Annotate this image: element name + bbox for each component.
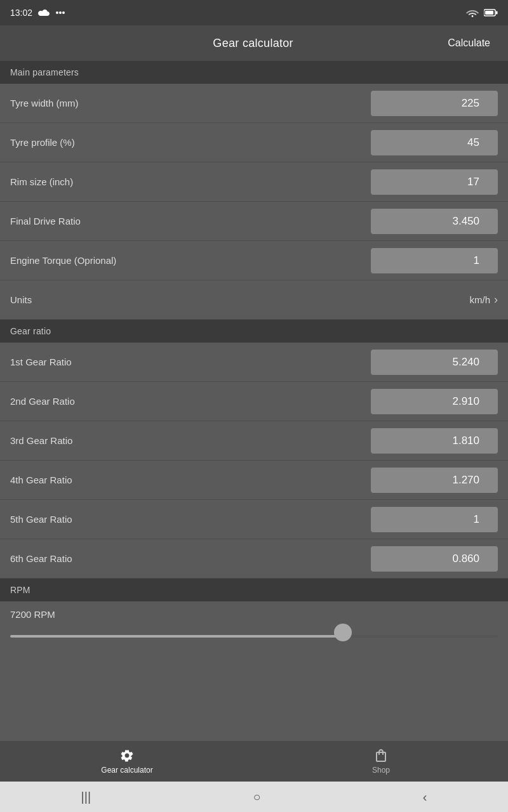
- bottom-nav: Gear calculator Shop: [0, 741, 508, 782]
- gear5-row: 5th Gear Ratio: [0, 500, 508, 539]
- engine-torque-label: Engine Torque (Oprional): [10, 255, 371, 266]
- app-title: Gear calculator: [213, 37, 293, 50]
- gear-icon: [119, 748, 135, 763]
- chevron-right-icon: ›: [494, 293, 498, 306]
- units-value-selector[interactable]: km/h ›: [469, 293, 498, 306]
- svg-point-1: [59, 11, 62, 14]
- cloud-icon: [37, 8, 50, 17]
- engine-torque-input[interactable]: [371, 248, 498, 273]
- tyre-profile-input[interactable]: [371, 130, 498, 155]
- gear3-input[interactable]: [371, 428, 498, 454]
- nav-label-shop: Shop: [372, 766, 390, 775]
- rpm-header: RPM: [0, 579, 508, 601]
- gear5-input[interactable]: [371, 507, 498, 532]
- engine-torque-row: Engine Torque (Oprional): [0, 241, 508, 280]
- gear1-input[interactable]: [371, 350, 498, 375]
- final-drive-label: Final Drive Ratio: [10, 216, 371, 226]
- status-bar: 13:02: [0, 0, 508, 25]
- svg-point-2: [62, 11, 65, 14]
- gear1-row: 1st Gear Ratio: [0, 343, 508, 382]
- tyre-profile-label: Tyre profile (%): [10, 137, 371, 148]
- app-bar: Gear calculator Calculate: [0, 25, 508, 61]
- svg-point-0: [56, 11, 58, 14]
- battery-icon: [484, 8, 498, 17]
- main-content: Main parameters Tyre width (mm) Tyre pro…: [0, 61, 508, 812]
- units-value-text: km/h: [469, 294, 490, 305]
- gear4-label: 4th Gear Ratio: [10, 475, 371, 485]
- wifi-icon: [466, 8, 479, 18]
- rpm-section: 7200 RPM: [0, 601, 508, 653]
- tyre-width-row: Tyre width (mm): [0, 84, 508, 123]
- tyre-profile-row: Tyre profile (%): [0, 123, 508, 162]
- units-label: Units: [10, 294, 32, 305]
- system-nav-bar: ||| ○ ‹: [0, 782, 508, 812]
- time-display: 13:02: [10, 8, 32, 18]
- gear1-label: 1st Gear Ratio: [10, 357, 371, 367]
- gear5-label: 5th Gear Ratio: [10, 514, 371, 525]
- units-row[interactable]: Units km/h ›: [0, 280, 508, 320]
- svg-rect-5: [496, 11, 498, 15]
- calculate-button[interactable]: Calculate: [443, 32, 495, 54]
- rim-size-label: Rim size (inch): [10, 176, 371, 187]
- nav-item-gear-calculator[interactable]: Gear calculator: [0, 741, 254, 782]
- nav-label-gear: Gear calculator: [101, 766, 152, 775]
- system-home-button[interactable]: ○: [237, 785, 276, 809]
- gear6-input[interactable]: [371, 546, 498, 572]
- system-menu-button[interactable]: |||: [66, 785, 107, 809]
- gear3-label: 3rd Gear Ratio: [10, 435, 371, 446]
- status-bar-left: 13:02: [10, 8, 65, 18]
- status-bar-right: [466, 8, 498, 18]
- gear2-row: 2nd Gear Ratio: [0, 382, 508, 421]
- gear2-label: 2nd Gear Ratio: [10, 396, 371, 407]
- rim-size-row: Rim size (inch): [0, 162, 508, 202]
- rpm-slider[interactable]: [10, 635, 498, 638]
- gear6-label: 6th Gear Ratio: [10, 553, 371, 564]
- gear-ratio-header: Gear ratio: [0, 320, 508, 343]
- rpm-value-display: 7200 RPM: [10, 609, 498, 620]
- dots-icon: [55, 8, 65, 18]
- rpm-slider-container: [10, 626, 498, 650]
- main-params-header: Main parameters: [0, 61, 508, 84]
- gear6-row: 6th Gear Ratio: [0, 539, 508, 579]
- final-drive-row: Final Drive Ratio: [0, 202, 508, 241]
- final-drive-input[interactable]: [371, 209, 498, 234]
- nav-item-shop[interactable]: Shop: [254, 741, 508, 782]
- gear4-input[interactable]: [371, 468, 498, 493]
- rim-size-input[interactable]: [371, 169, 498, 195]
- gear3-row: 3rd Gear Ratio: [0, 421, 508, 461]
- system-back-button[interactable]: ‹: [408, 785, 443, 809]
- tyre-width-input[interactable]: [371, 91, 498, 116]
- gear2-input[interactable]: [371, 389, 498, 414]
- bag-icon: [373, 748, 389, 763]
- tyre-width-label: Tyre width (mm): [10, 98, 371, 108]
- gear4-row: 4th Gear Ratio: [0, 461, 508, 500]
- svg-rect-4: [485, 11, 493, 15]
